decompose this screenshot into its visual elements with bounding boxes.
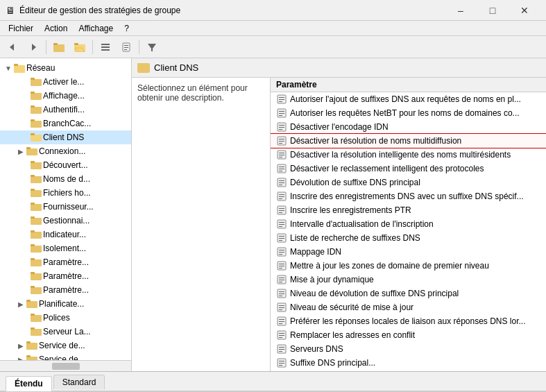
svg-rect-127 <box>279 307 284 308</box>
minimize-button[interactable]: – <box>445 0 477 21</box>
tree-item-gestionna[interactable]: ▶ Gestionnai... <box>0 214 131 228</box>
forward-button[interactable] <box>24 38 43 56</box>
tree-item-decouverte[interactable]: ▶ Découvert... <box>0 158 131 172</box>
tree-item-parametre3[interactable]: ▶ Paramètre... <box>0 283 131 297</box>
param-item-inscrire-enreg[interactable]: Inscrire des enregistrements DNS avec un… <box>271 189 546 203</box>
client-dns-header: Client DNS <box>132 58 546 78</box>
tree-item-service2[interactable]: ▶ Service de... <box>0 352 131 360</box>
svg-rect-130 <box>279 319 284 320</box>
content-area: Sélectionnez un élément pour obtenir une… <box>132 78 546 371</box>
svg-rect-20 <box>31 92 35 94</box>
param-item-inscrire-ptr[interactable]: Inscrire les enregistrements PTR <box>271 203 546 217</box>
back-button[interactable] <box>3 38 22 56</box>
client-dns-folder-icon <box>137 63 150 73</box>
param-item-ajout-suffixes[interactable]: Autoriser l'ajout de suffixes DNS aux re… <box>271 92 546 106</box>
param-item-intervalle[interactable]: Intervalle d'actualisation de l'inscript… <box>271 217 546 231</box>
tree-toggle-planificate[interactable]: ▶ <box>15 298 26 309</box>
param-text-mettre-ajour: Mettre à jour les zones de domaine de pr… <box>290 261 489 271</box>
param-item-desact-encodage[interactable]: Désactiver l'encodage IDN <box>271 120 546 134</box>
tree-item-polices[interactable]: ▶ Polices <box>0 311 131 325</box>
param-item-netbt[interactable]: Autoriser les requêtes NetBT pour les no… <box>271 106 546 120</box>
tree-item-fournisseur[interactable]: ▶ Fournisseur... <box>0 200 131 214</box>
svg-marker-1 <box>32 44 36 51</box>
maximize-button[interactable]: □ <box>477 0 509 21</box>
param-item-remplacer-conflit[interactable]: Remplacer les adresses en conflit <box>271 328 546 342</box>
tab-etendu[interactable]: Étendu <box>6 376 52 391</box>
param-item-niveau-securite[interactable]: Niveau de sécurité de mise à jour <box>271 300 546 314</box>
param-text-desact-resolution: Désactiver la résolution de noms multidi… <box>290 136 461 146</box>
svg-rect-67 <box>279 99 284 100</box>
close-button[interactable]: ✕ <box>509 0 540 21</box>
tree-item-nomsdom[interactable]: ▶ Noms de d... <box>0 172 131 186</box>
param-item-niveau-devolution[interactable]: Niveau de dévolution de suffixe DNS prin… <box>271 287 546 300</box>
tree-toggle-service2[interactable]: ▶ <box>15 354 26 360</box>
tree-item-connexion[interactable]: ▶ Connexion... <box>0 144 131 158</box>
toolbar-separator-1 <box>46 40 46 54</box>
tree-folder-icon-decouverte <box>31 160 42 171</box>
tree-root-reseau[interactable]: ▼ Réseau <box>0 61 131 75</box>
param-item-desact-intelligente[interactable]: Désactiver la résolution intelligente de… <box>271 148 546 162</box>
menu-aide[interactable]: ? <box>119 22 135 35</box>
param-icon-remplacer-conflit <box>276 330 287 341</box>
tree-item-indicateur[interactable]: ▶ Indicateur... <box>0 228 131 241</box>
tree-item-planificate[interactable]: ▶ Planificate... <box>0 297 131 311</box>
folder-button-2[interactable] <box>70 38 89 56</box>
param-list[interactable]: Autoriser l'ajout de suffixes DNS aux re… <box>271 92 546 371</box>
tree-item-authentif[interactable]: ▶ Authentifi... <box>0 103 131 117</box>
param-item-mettre-ajour[interactable]: Mettre à jour les zones de domaine de pr… <box>271 259 546 273</box>
param-item-liste-recherche[interactable]: Liste de recherche de suffixes DNS <box>271 231 546 245</box>
tree-item-serveurla[interactable]: ▶ Serveur La... <box>0 325 131 339</box>
tree-content[interactable]: ▼ Réseau ▶ Activer le... ▶ <box>0 58 131 360</box>
tree-toggle-service1[interactable]: ▶ <box>15 340 26 351</box>
param-icon-desact-encodage <box>276 121 287 133</box>
svg-rect-71 <box>279 113 284 114</box>
param-text-intervalle: Intervalle d'actualisation de l'inscript… <box>290 219 434 229</box>
param-text-niveau-securite: Niveau de sécurité de mise à jour <box>290 302 413 312</box>
param-item-mise-ajour-dyn[interactable]: Mise à jour dynamique <box>271 273 546 287</box>
svg-rect-54 <box>31 327 35 330</box>
param-icon-desact-reclassement <box>276 163 287 174</box>
param-item-desact-reclassement[interactable]: Désactiver le reclassement intelligent d… <box>271 162 546 176</box>
tree-label-planificate: Planificate... <box>39 299 84 309</box>
param-icon-liste-recherche <box>276 232 287 244</box>
tree-item-service1[interactable]: ▶ Service de... <box>0 339 131 352</box>
menu-action[interactable]: Action <box>39 22 73 35</box>
description-text: Sélectionnez un élément pour obtenir une… <box>137 83 248 103</box>
param-icon-mise-ajour-dyn <box>276 274 287 285</box>
svg-rect-100 <box>279 212 282 213</box>
svg-rect-98 <box>279 208 284 209</box>
svg-rect-3 <box>53 43 58 45</box>
param-icon-niveau-devolution <box>276 288 287 299</box>
tree-item-isolement[interactable]: ▶ Isolement... <box>0 241 131 255</box>
tab-standard[interactable]: Standard <box>53 375 105 389</box>
menu-fichier[interactable]: Fichier <box>3 22 39 35</box>
tree-item-parametre2[interactable]: ▶ Paramètre... <box>0 269 131 283</box>
param-item-suffixe-principal[interactable]: Suffixe DNS principal... <box>271 356 546 370</box>
filter-button[interactable] <box>142 38 162 56</box>
svg-rect-132 <box>279 323 282 324</box>
tree-item-activer[interactable]: ▶ Activer le... <box>0 75 131 89</box>
param-item-serveurs-dns[interactable]: Serveurs DNS <box>271 342 546 356</box>
tree-item-affichage[interactable]: ▶ Affichage... <box>0 89 131 103</box>
param-item-desact-resolution[interactable]: Désactiver la résolution de noms multidi… <box>271 134 546 148</box>
right-panel: Client DNS Sélectionnez un élément pour … <box>132 58 546 371</box>
tree-item-clientdns[interactable]: ▶ Client DNS <box>0 130 131 144</box>
svg-rect-86 <box>279 167 284 167</box>
props-button[interactable] <box>117 38 136 56</box>
svg-rect-139 <box>279 349 284 350</box>
param-item-devolution[interactable]: Dévolution de suffixe DNS principal <box>271 176 546 189</box>
svg-rect-78 <box>279 139 284 139</box>
tree-item-fichiers[interactable]: ▶ Fichiers ho... <box>0 186 131 200</box>
tree-item-parametre1[interactable]: ▶ Paramètre... <box>0 255 131 269</box>
folder-button-1[interactable] <box>49 38 69 56</box>
param-icon-mappage-idn <box>276 246 287 257</box>
param-icon-inscrire-ptr <box>276 205 287 216</box>
param-item-mappage-idn[interactable]: Mappage IDN <box>271 245 546 259</box>
menu-affichage[interactable]: Affichage <box>73 22 119 35</box>
param-item-preferer-locales[interactable]: Préférer les réponses locales de liaison… <box>271 314 546 328</box>
tree-item-branchcac[interactable]: ▶ BranchCac... <box>0 117 131 130</box>
tree-hscrollbar[interactable] <box>0 360 131 371</box>
tree-toggle-connexion[interactable]: ▶ <box>15 146 26 157</box>
tree-toggle-reseau[interactable]: ▼ <box>3 62 14 74</box>
view-button[interactable] <box>96 38 115 56</box>
